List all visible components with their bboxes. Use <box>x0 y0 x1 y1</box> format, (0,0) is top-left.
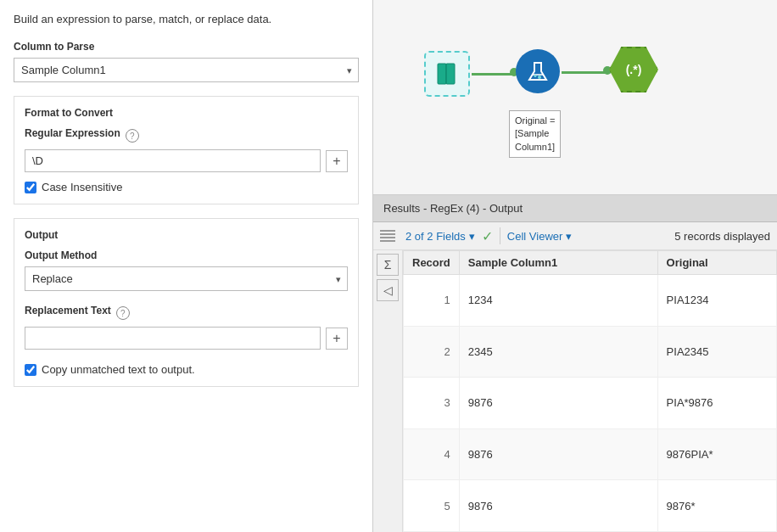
sigma-button[interactable]: Σ <box>377 254 399 276</box>
toolbar-separator <box>500 227 500 244</box>
checkmark-button[interactable]: ✓ <box>482 228 493 244</box>
cell-record: 1 <box>404 275 460 327</box>
cell-sample-column1: 9876 <box>459 480 657 532</box>
filter-button[interactable]: ◁ <box>377 279 399 301</box>
drag-handle[interactable] <box>380 230 395 242</box>
regex-plus-button[interactable]: + <box>326 150 348 172</box>
canvas-area: (.*) Original = [Sample Column1] <box>373 0 777 195</box>
output-method-label: Output Method <box>25 249 348 261</box>
label-box: Original = [Sample Column1] <box>509 110 561 158</box>
cell-original: 9876* <box>657 480 776 532</box>
output-section-title: Output <box>25 229 348 241</box>
label-line2: [Sample <box>515 128 549 138</box>
copy-unmatched-row: Copy unmatched text to output. <box>25 363 348 376</box>
cell-record: 3 <box>404 378 460 429</box>
regex-node-icon <box>516 49 560 93</box>
replacement-input-row: + <box>25 327 348 350</box>
replacement-plus-button[interactable]: + <box>326 328 348 350</box>
results-toolbar: 2 of 2 Fields ▾ ✓ Cell Viewer ▾ 5 record… <box>373 222 777 250</box>
table-header-row: Record Sample Column1 Original <box>404 251 777 275</box>
panel-description: Build an expression to parse, match, or … <box>14 12 359 27</box>
label-line3: Column1] <box>515 142 555 152</box>
col-sample-column1: Sample Column1 <box>459 251 657 275</box>
svg-rect-1 <box>446 64 455 84</box>
cell-sample-column1: 2345 <box>459 326 657 378</box>
records-info: 5 records displayed <box>674 230 770 243</box>
results-table: Record Sample Column1 Original 1 1234 PI… <box>403 250 777 532</box>
output-method-select[interactable]: Replace <box>25 266 348 291</box>
svg-rect-0 <box>438 64 446 84</box>
column-to-parse-select[interactable]: Sample Column1 <box>14 58 359 82</box>
flask-icon <box>526 59 550 83</box>
table-row: 1 1234 PIA1234 <box>404 275 777 327</box>
table-row: 3 9876 PIA*9876 <box>404 378 777 429</box>
fields-button[interactable]: 2 of 2 Fields ▾ <box>405 230 475 243</box>
regex-help-icon[interactable]: ? <box>126 129 139 143</box>
col-record: Record <box>404 251 460 275</box>
svg-point-4 <box>534 75 537 77</box>
regex-input[interactable] <box>25 149 321 172</box>
column-to-parse-select-wrapper: Sample Column1 ▾ <box>14 58 359 82</box>
cell-record: 4 <box>404 428 460 480</box>
cell-record: 5 <box>404 480 460 532</box>
cell-original: PIA*9876 <box>657 378 776 429</box>
regex-node[interactable] <box>516 49 560 93</box>
fields-chevron-icon: ▾ <box>469 230 475 243</box>
cell-original: 9876PIA* <box>657 428 776 480</box>
cell-sample-column1: 9876 <box>459 378 657 429</box>
replacement-text-input[interactable] <box>25 327 321 350</box>
table-row: 2 2345 PIA2345 <box>404 326 777 378</box>
replacement-text-group: Replacement Text ? + <box>25 305 348 350</box>
connector-2 <box>562 71 606 74</box>
column-to-parse-group: Column to Parse Sample Column1 ▾ <box>14 41 359 82</box>
column-to-parse-label: Column to Parse <box>14 41 359 53</box>
cell-viewer-button[interactable]: Cell Viewer ▾ <box>507 230 573 243</box>
side-icons: Σ ◁ <box>373 250 403 532</box>
output-method-group: Output Method Replace ▾ <box>25 249 348 291</box>
results-area: Results - RegEx (4) - Output 2 of 2 Fiel… <box>373 195 777 532</box>
cell-record: 2 <box>404 326 460 378</box>
cell-original: PIA1234 <box>657 275 776 327</box>
regex-label-row: Regular Expression ? <box>25 127 348 144</box>
svg-point-3 <box>538 76 541 79</box>
label-line1: Original = <box>515 115 555 126</box>
book-icon <box>434 61 460 87</box>
fields-label: 2 of 2 Fields <box>405 230 466 243</box>
results-table-container: Σ ◁ Record Sample Column1 Original 1 123… <box>373 250 777 532</box>
col-original: Original <box>657 251 776 275</box>
cell-viewer-chevron-icon: ▾ <box>566 230 572 243</box>
output-node[interactable]: (.*) <box>609 47 658 92</box>
left-panel: Build an expression to parse, match, or … <box>0 0 373 532</box>
results-header: Results - RegEx (4) - Output <box>373 195 777 222</box>
copy-unmatched-checkbox[interactable] <box>25 364 36 376</box>
replacement-label-row: Replacement Text ? <box>25 305 348 322</box>
replacement-text-label: Replacement Text <box>25 305 111 316</box>
case-insensitive-label[interactable]: Case Insensitive <box>42 181 122 193</box>
case-insensitive-row: Case Insensitive <box>25 181 348 193</box>
right-panel: (.*) Original = [Sample Column1] Results… <box>373 0 777 532</box>
regex-input-row: + <box>25 149 348 172</box>
connector-1 <box>472 73 512 76</box>
cell-original: PIA2345 <box>657 326 776 378</box>
copy-unmatched-label[interactable]: Copy unmatched text to output. <box>42 363 195 376</box>
input-node-icon <box>424 51 470 97</box>
table-row: 4 9876 9876PIA* <box>404 428 777 480</box>
output-node-icon: (.*) <box>609 47 658 92</box>
cell-sample-column1: 1234 <box>459 275 657 327</box>
cell-sample-column1: 9876 <box>459 428 657 480</box>
format-section: Format to Convert Regular Expression ? +… <box>14 96 359 204</box>
regex-symbol: (.*) <box>626 63 642 76</box>
output-method-select-wrapper: Replace ▾ <box>25 266 348 291</box>
cell-viewer-label: Cell Viewer <box>507 230 563 243</box>
case-insensitive-checkbox[interactable] <box>25 182 36 193</box>
regex-label: Regular Expression <box>25 127 120 139</box>
output-section: Output Output Method Replace ▾ Replaceme… <box>14 218 359 387</box>
format-section-title: Format to Convert <box>25 107 348 119</box>
input-node[interactable] <box>424 51 470 97</box>
replacement-help-icon[interactable]: ? <box>116 306 130 320</box>
table-row: 5 9876 9876* <box>404 480 777 532</box>
